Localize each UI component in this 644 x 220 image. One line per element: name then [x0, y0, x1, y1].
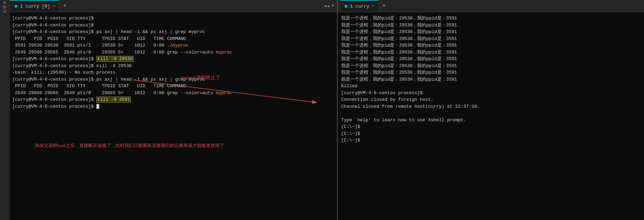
right-line-xshell-prompt1: [C:\~]$: [341, 123, 641, 130]
right-line: 我是一个进程，我的pid是：29530，我的ppid是：3591: [341, 22, 641, 29]
right-line: 我是一个进程，我的pid是：29530，我的ppid是：3591: [341, 28, 641, 35]
terminal-line: [curry@VM-4-6-centos process]$ kill -9 2…: [12, 63, 333, 70]
right-line-help: Type `help' to learn how to use Xshell p…: [341, 117, 641, 124]
right-line-channel-closed: Channel closed from remote host(curry) a…: [341, 103, 641, 110]
right-tab-bar: 1 curry × +: [338, 0, 644, 12]
sidebar-icon-4[interactable]: 回: [2, 14, 8, 17]
right-line-empty: [341, 110, 641, 117]
annotation-bash: 杀掉父进程bash之后，直接断开连接了，此时我们只能重新连接我们的云服务器才能恢…: [35, 142, 224, 149]
right-line: 我是一个进程，我的pid是：29530，我的ppid是：3591: [341, 49, 641, 56]
kill-cmd-2: kill -9 3591: [96, 97, 131, 103]
tab-label-right: 1 curry: [350, 4, 369, 9]
terminal-line-bash-error: -bash: kill: (29530) - No such process: [12, 69, 333, 76]
right-line: 我是一个进程，我的pid是：29530，我的ppid是：3591: [341, 69, 641, 76]
sidebar-icon-1[interactable]: 连: [2, 2, 8, 5]
tab-dot-left: [15, 5, 17, 8]
right-line: 我是一个进程，我的pid是：29530，我的ppid是：3591: [341, 35, 641, 42]
right-line: 我是一个进程，我的pid是：29530，我的ppid是：3591: [341, 76, 641, 83]
right-line-xshell-prompt3: [C:\~]$: [341, 137, 641, 144]
tab-label-left: 1 curry [0]: [20, 4, 50, 9]
kill-cmd-1: kill -9 29530: [96, 56, 134, 62]
right-line-xshell-prompt2: [C:\~]$: [341, 130, 641, 137]
tab-close-right[interactable]: ×: [372, 4, 375, 8]
nav-right-arrow[interactable]: ▶: [328, 3, 330, 9]
right-terminal-panel[interactable]: 我是一个进程，我的pid是：29530，我的ppid是：3591 我是一个进程，…: [338, 12, 644, 220]
tab-left-curry[interactable]: 1 curry [0] ×: [10, 0, 60, 12]
tab-bar: 1 curry [0] × + ◀ ▶ ▼ 1 curry × +: [0, 0, 644, 12]
tab-dot-right: [345, 5, 347, 8]
right-line: 我是一个进程，我的pid是：29530，我的ppid是：3591: [341, 56, 641, 63]
right-line: 我是一个进程，我的pid是：29530，我的ppid是：3591: [341, 15, 641, 22]
tab-plus-left[interactable]: +: [60, 0, 70, 12]
right-line-conn-closed: Connection closed by foreign host.: [341, 96, 641, 103]
sidebar-icons: 连 快 锁 回: [0, 0, 10, 220]
cursor: [96, 104, 99, 109]
terminal-line-cursor: [curry@VM-4-6-centos process]$: [12, 103, 333, 110]
main-content: [curry@VM-4-6-centos process]$ [curry@VM…: [0, 12, 644, 220]
terminal-line: 3591 29530 29530 3591 pts/1 29530 S+ 101…: [12, 42, 333, 49]
terminal-line: [curry@VM-4-6-centos process]$ ps axj | …: [12, 76, 333, 83]
terminal-line-kill2: [curry@VM-4-6-centos process]$ kill -9 3…: [12, 96, 333, 103]
right-line-prompt: [curry@VM-4-6-centos process]$: [341, 90, 641, 97]
terminal-line: [curry@VM-4-6-centos process]$: [12, 15, 333, 22]
tab-plus-right[interactable]: +: [379, 0, 389, 12]
sidebar-icon-2[interactable]: 快: [2, 6, 8, 9]
nav-left-arrow[interactable]: ◀: [324, 3, 326, 9]
right-line: 我是一个进程，我的pid是：29530，我的ppid是：3591: [341, 42, 641, 49]
terminal-line: PPID PID PGID SID TTY TPGID STAT UID TIM…: [12, 83, 333, 90]
tab-nav-left: ◀ ▶ ▼: [324, 3, 337, 9]
left-tab-bar: 1 curry [0] × + ◀ ▶ ▼: [0, 0, 338, 12]
left-terminal-panel[interactable]: [curry@VM-4-6-centos process]$ [curry@VM…: [0, 12, 338, 220]
tab-close-left[interactable]: ×: [53, 4, 55, 8]
terminal-line: 2649 29666 29665 2649 pts/0 29665 S+ 101…: [12, 90, 333, 97]
nav-down-arrow[interactable]: ▼: [332, 3, 334, 8]
terminal-line: [curry@VM-4-6-centos process]$: [12, 22, 333, 29]
terminal-line: PPID PID PGID SID TTY TPGID STAT UID TIM…: [12, 35, 333, 42]
tab-right-curry[interactable]: 1 curry ×: [340, 0, 379, 12]
terminal-line: 2649 29566 29565 2649 pts/0 29565 S+ 101…: [12, 49, 333, 56]
right-line-killed: Killed: [341, 83, 641, 90]
terminal-line-kill1: [curry@VM-4-6-centos process]$ kill -9 2…: [12, 56, 333, 63]
right-line: 我是一个进程，我的pid是：29530，我的ppid是：3591: [341, 63, 641, 70]
sidebar-icon-3[interactable]: 锁: [2, 10, 8, 13]
terminal-line: [curry@VM-4-6-centos process]$ ps axj | …: [12, 28, 333, 35]
